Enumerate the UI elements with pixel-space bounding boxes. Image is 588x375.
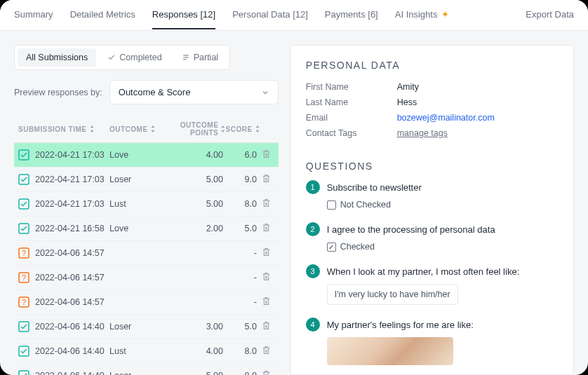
table-row[interactable]: 2022-04-21 17:03Loser5.009.0 [14, 168, 279, 192]
question-2-answer: Checked [327, 242, 558, 252]
cell-score: 5.0 [223, 224, 257, 233]
delete-row-button[interactable] [257, 272, 271, 283]
delete-row-button[interactable] [257, 370, 271, 375]
delete-row-button[interactable] [257, 149, 271, 161]
cell-time: 2022-04-21 17:03 [35, 199, 109, 209]
svg-text:?: ? [22, 273, 26, 282]
cell-score: - [223, 248, 257, 258]
delete-row-button[interactable] [257, 198, 271, 210]
last-name-value: Hess [397, 97, 417, 107]
table-row[interactable]: ?2022-04-06 14:57- [14, 266, 279, 290]
cell-score: 5.0 [223, 322, 257, 332]
questions-section: QUESTIONS 1Subscribe to newsletter Not C… [306, 161, 558, 365]
tab-payments[interactable]: Payments [6] [325, 1, 378, 29]
checkbox-checked-icon [327, 243, 336, 252]
cell-points: 5.00 [153, 175, 223, 184]
cell-points: 4.00 [153, 346, 223, 356]
col-submission-time[interactable]: SUBMISSION TIME [18, 121, 109, 137]
cell-outcome: Love [109, 150, 153, 160]
preview-select[interactable]: Outcome & Score [109, 80, 279, 104]
sparkle-icon: ✦ [439, 9, 449, 20]
question-1: 1Subscribe to newsletter Not Checked [306, 180, 558, 210]
delete-row-button[interactable] [257, 321, 271, 332]
cell-points: 3.00 [153, 322, 223, 332]
tab-personal-data[interactable]: Personal Data [12] [232, 1, 308, 29]
check-icon [107, 53, 116, 62]
email-value[interactable]: bozewej@mailinator.com [397, 113, 495, 123]
preview-row: Preview responses by: Outcome & Score [14, 80, 279, 104]
detail-panel: PERSONAL DATA First NameAmity Last NameH… [290, 45, 574, 375]
sort-icon [255, 125, 260, 132]
svg-rect-12 [19, 371, 29, 375]
cell-points: 4.00 [153, 150, 223, 160]
table-row[interactable]: 2022-04-06 14:40Lust4.008.0 [14, 339, 279, 364]
question-3: 3When I look at my partner, I most often… [306, 264, 558, 305]
question-3-answer: I'm very lucky to have him/her [327, 284, 458, 305]
tab-responses[interactable]: Responses [12] [152, 1, 215, 29]
question-number-badge: 1 [306, 180, 320, 194]
cell-score: 8.0 [223, 346, 257, 356]
question-text: When I look at my partner, I most often … [327, 266, 520, 277]
export-data-button[interactable]: Export Data [526, 1, 574, 29]
cell-time: 2022-04-06 14:40 [35, 322, 109, 332]
cell-outcome: Loser [109, 175, 153, 184]
cell-time: 2022-04-21 17:03 [35, 150, 109, 160]
app-window: Summary Detailed Metrics Responses [12] … [0, 0, 588, 375]
sort-icon [89, 125, 95, 132]
tab-ai-insights[interactable]: AI Insights ✦ [395, 1, 449, 29]
cell-outcome: Lust [109, 346, 153, 356]
last-name-label: Last Name [306, 97, 397, 107]
table-row[interactable]: 2022-04-21 17:03Love4.006.0 [14, 143, 279, 168]
col-score[interactable]: SCORE [226, 121, 260, 137]
checkbox-unchecked-icon [327, 200, 336, 210]
question-number-badge: 3 [306, 264, 320, 278]
status-complete-icon [18, 223, 29, 234]
filter-completed[interactable]: Completed [99, 48, 170, 67]
col-outcome-points[interactable]: OUTCOME POINTS [156, 121, 226, 137]
delete-row-button[interactable] [257, 247, 271, 259]
content-area: All Submissions Completed Partial Previe… [0, 31, 588, 375]
delete-row-button[interactable] [257, 296, 271, 308]
cell-time: 2022-04-21 17:03 [35, 175, 109, 184]
col-outcome[interactable]: OUTCOME [109, 121, 156, 137]
cell-points: 5.00 [153, 371, 223, 375]
table-row[interactable]: 2022-04-06 14:40Loser3.005.0 [14, 315, 279, 339]
status-complete-icon [18, 321, 29, 332]
manage-tags-link[interactable]: manage tags [397, 128, 448, 138]
filter-all[interactable]: All Submissions [18, 48, 96, 67]
chevron-down-icon [261, 88, 269, 97]
svg-text:?: ? [22, 249, 26, 257]
question-2: 2I agree to the processing of personal d… [306, 222, 558, 252]
filter-partial[interactable]: Partial [173, 48, 227, 67]
table-row[interactable]: ?2022-04-06 14:57- [14, 241, 279, 266]
cell-score: 8.0 [223, 371, 257, 375]
status-complete-icon [18, 149, 29, 161]
tab-summary[interactable]: Summary [14, 1, 53, 29]
cell-time: 2022-04-21 16:58 [35, 224, 109, 233]
delete-row-button[interactable] [257, 174, 271, 185]
delete-row-button[interactable] [257, 223, 271, 234]
table-header: SUBMISSION TIME OUTCOME OUTCOME POINTS S… [14, 116, 279, 143]
status-complete-icon [18, 198, 29, 210]
table-row[interactable]: 2022-04-21 17:03Lust5.008.0 [14, 192, 279, 217]
email-label: Email [306, 113, 397, 123]
question-number-badge: 2 [306, 222, 320, 236]
table-row[interactable]: 2022-04-06 14:40Loser5.008.0 [14, 364, 279, 375]
preview-label: Preview responses by: [14, 88, 102, 97]
cell-time: 2022-04-06 14:57 [35, 273, 109, 282]
delete-row-button[interactable] [257, 346, 271, 357]
status-complete-icon [18, 174, 29, 185]
question-4-image [327, 337, 453, 365]
question-4: 4My partner's feelings for me are like: [306, 318, 558, 365]
question-text: I agree to the processing of personal da… [327, 224, 495, 235]
table-row[interactable]: 2022-04-21 16:58Love2.005.0 [14, 217, 279, 241]
cell-score: - [223, 273, 257, 282]
cell-score: 8.0 [223, 199, 257, 209]
filter-pills: All Submissions Completed Partial [14, 45, 230, 70]
cell-time: 2022-04-06 14:40 [35, 371, 109, 375]
tab-detailed-metrics[interactable]: Detailed Metrics [70, 1, 135, 29]
personal-data-title: PERSONAL DATA [306, 60, 558, 71]
status-complete-icon [18, 370, 29, 375]
question-text: My partner's feelings for me are like: [327, 320, 474, 330]
table-row[interactable]: ?2022-04-06 14:57- [14, 290, 279, 315]
